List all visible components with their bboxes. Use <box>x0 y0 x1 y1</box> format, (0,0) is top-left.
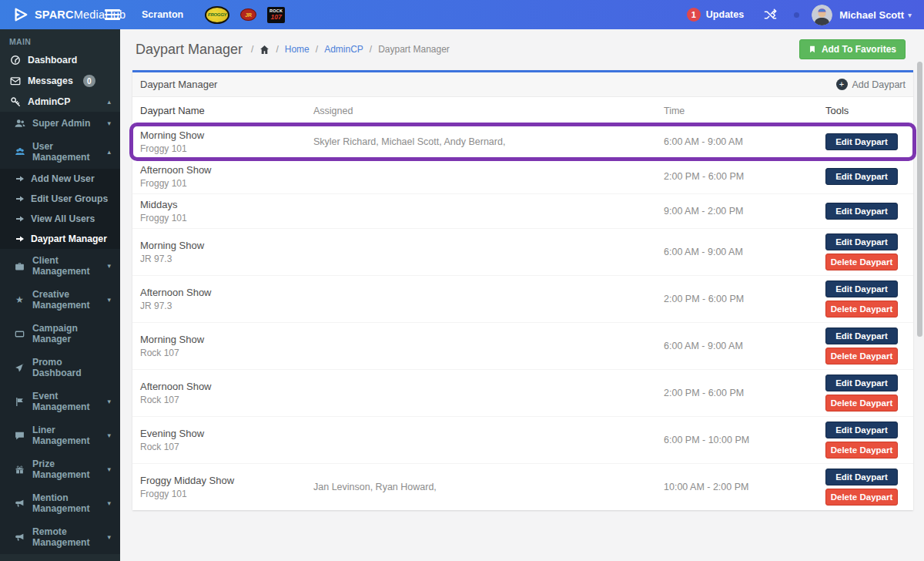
admincp-submenu: Super Admin ▾ User Management ▴ Add New … <box>0 112 120 554</box>
sidebar-item-client-management[interactable]: Client Management ▾ <box>0 249 120 283</box>
edit-daypart-button[interactable]: Edit Daypart <box>825 233 898 250</box>
sidebar-section-main: MAIN <box>0 29 120 50</box>
column-header-tools: Tools <box>825 105 913 116</box>
column-header-daypart-name: Daypart Name <box>132 105 313 116</box>
sidebar-item-admincp[interactable]: AdminCP ▴ <box>0 92 120 112</box>
table-header-row: Daypart Name Assigned Time Tools <box>132 97 913 125</box>
topbar-right-cluster: 1 Updates Michael Scott ▾ <box>687 5 924 25</box>
table-row: Froggy Midday Show Froggy 101 Jan Levins… <box>132 464 913 510</box>
table-row: Afternoon Show Froggy 101 2:00 PM - 6:00… <box>132 160 913 194</box>
edit-daypart-button[interactable]: Edit Daypart <box>825 280 898 297</box>
messages-count-badge: 0 <box>83 75 95 87</box>
sidebar-item-campaign-manager[interactable]: Campaign Manager <box>0 317 120 351</box>
daypart-name: Middays <box>140 199 313 210</box>
table-row: Afternoon Show Rock 107 2:00 PM - 6:00 P… <box>132 370 913 417</box>
arrow-right-icon <box>14 234 25 244</box>
sidebar-item-dashboard[interactable]: Dashboard <box>0 50 120 70</box>
station-logo-jr973[interactable]: JR <box>240 8 256 21</box>
delete-daypart-button[interactable]: Delete Daypart <box>825 395 898 412</box>
sidebar-item-user-management[interactable]: User Management ▴ <box>0 135 120 169</box>
sidebar-item-remote-management[interactable]: Remote Management ▾ <box>0 520 120 554</box>
users-icon <box>14 118 25 129</box>
sidebar-item-prize-management[interactable]: Prize Management ▾ <box>0 452 120 486</box>
vertical-scrollbar[interactable] <box>917 62 922 337</box>
sidebar-item-messages[interactable]: Messages 0 <box>0 70 120 92</box>
plus-circle-icon: + <box>836 79 848 90</box>
station-switcher: FROGGY JR ROCK 107 <box>205 6 285 24</box>
edit-daypart-button[interactable]: Edit Daypart <box>825 469 898 485</box>
daypart-time: 9:00 AM - 2:00 PM <box>664 206 825 217</box>
edit-daypart-button[interactable]: Edit Daypart <box>825 133 898 150</box>
rectangle-ad-icon <box>14 329 25 339</box>
sidebar-item-view-all-users[interactable]: View All Users <box>0 209 120 229</box>
breadcrumb-link-home[interactable]: Home <box>285 44 310 55</box>
market-name: Scranton <box>142 9 183 20</box>
star-icon: ★ <box>14 295 25 304</box>
brand-logo[interactable]: SPARCMediaHub <box>0 6 99 23</box>
table-row: Afternoon Show JR 97.3 2:00 PM - 6:00 PM… <box>132 276 913 323</box>
paper-plane-icon <box>14 363 25 373</box>
flag-icon <box>14 397 25 407</box>
delete-daypart-button[interactable]: Delete Daypart <box>825 489 898 506</box>
play-logo-icon <box>12 6 29 23</box>
sidebar-item-liner-management[interactable]: Liner Management ▾ <box>0 418 120 452</box>
page-title: Daypart Manager <box>136 42 243 58</box>
station-logo-rock107[interactable]: ROCK 107 <box>267 7 285 23</box>
edit-daypart-button[interactable]: Edit Daypart <box>825 203 898 220</box>
delete-daypart-button[interactable]: Delete Daypart <box>825 348 898 364</box>
daypart-name: Morning Show <box>140 129 313 141</box>
dashboard-icon <box>9 55 21 66</box>
avatar[interactable] <box>812 5 832 25</box>
delete-daypart-button[interactable]: Delete Daypart <box>825 254 898 270</box>
edit-daypart-button[interactable]: Edit Daypart <box>825 168 898 185</box>
sidebar-item-event-management[interactable]: Event Management ▾ <box>0 385 120 418</box>
edit-daypart-button[interactable]: Edit Daypart <box>825 375 898 391</box>
bookmark-icon <box>808 45 816 54</box>
assigned-names: Skyler Richard, Michael Scott, Andy Bern… <box>313 136 664 147</box>
home-icon[interactable] <box>259 45 270 55</box>
daypart-name: Morning Show <box>140 334 313 345</box>
sidebar-item-promo-dashboard[interactable]: Promo Dashboard <box>0 351 120 385</box>
gift-icon <box>14 465 25 475</box>
chevron-down-icon[interactable]: ▾ <box>908 11 912 19</box>
edit-daypart-button[interactable]: Edit Daypart <box>825 422 898 438</box>
column-header-assigned: Assigned <box>313 106 664 116</box>
edit-daypart-button[interactable]: Edit Daypart <box>825 328 898 344</box>
updates-button[interactable]: 1 Updates <box>687 8 744 22</box>
station-name: Rock 107 <box>140 395 313 405</box>
add-to-favorites-button[interactable]: Add To Favorites <box>799 39 906 59</box>
sidebar-item-add-new-user[interactable]: Add New User <box>0 169 120 189</box>
delete-daypart-button[interactable]: Delete Daypart <box>825 301 898 317</box>
envelope-icon <box>9 76 21 86</box>
sidebar-item-mention-management[interactable]: Mention Management ▾ <box>0 486 120 520</box>
app-window: SPARCMediaHub Scranton FROGGY JR ROCK 10… <box>0 0 924 561</box>
shuffle-icon[interactable] <box>764 8 777 22</box>
breadcrumb-link-admincp[interactable]: AdminCP <box>324 44 363 55</box>
bullhorn-icon <box>14 499 25 509</box>
table-row: Evening Show Rock 107 6:00 PM - 10:00 PM… <box>132 417 913 464</box>
sidebar-item-daypart-manager[interactable]: Daypart Manager <box>0 229 120 249</box>
table-row: Morning Show Rock 107 6:00 AM - 9:00 AM … <box>132 323 913 370</box>
sidebar-item-creative-management[interactable]: ★ Creative Management ▾ <box>0 283 120 317</box>
add-daypart-button[interactable]: + Add Daypart <box>836 79 906 90</box>
breadcrumb-current: Daypart Manager <box>378 44 450 55</box>
station-name: Froggy 101 <box>140 213 313 223</box>
sidebar-item-edit-user-groups[interactable]: Edit User Groups <box>0 189 120 209</box>
station-name: Froggy 101 <box>140 489 313 499</box>
main-content: Daypart Manager / / Home / AdminCP / Day… <box>120 29 924 561</box>
chevron-down-icon: ▾ <box>107 119 111 127</box>
chevron-down-icon: ▾ <box>107 262 111 270</box>
delete-daypart-button[interactable]: Delete Daypart <box>825 442 898 459</box>
station-name: JR 97.3 <box>140 254 313 264</box>
chevron-up-icon: ▴ <box>107 98 111 106</box>
column-header-time: Time <box>664 106 825 116</box>
panel-header: Daypart Manager + Add Daypart <box>132 72 913 97</box>
chevron-down-icon: ▾ <box>107 465 111 473</box>
chevron-down-icon: ▾ <box>107 499 111 507</box>
sidebar-toggle-icon[interactable] <box>105 9 120 20</box>
station-logo-froggy101[interactable]: FROGGY <box>205 6 229 24</box>
arrow-right-icon <box>14 194 25 203</box>
sidebar-item-super-admin[interactable]: Super Admin ▾ <box>0 112 120 135</box>
user-menu[interactable]: Michael Scott <box>839 9 904 21</box>
status-dot <box>794 12 799 18</box>
